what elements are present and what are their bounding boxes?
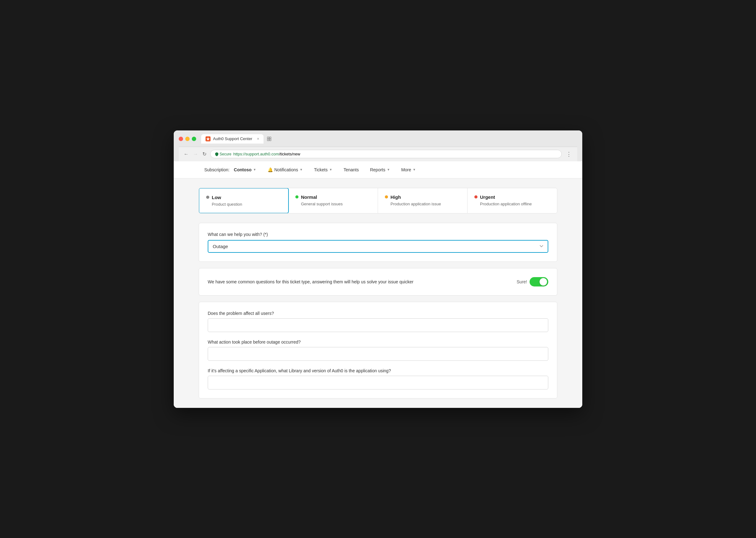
common-questions-section: We have some common questions for this t… xyxy=(199,268,557,296)
subscription-label: Subscription: xyxy=(204,167,229,172)
priority-name-normal: Normal xyxy=(301,194,317,200)
priority-card-urgent[interactable]: Urgent Production application offline xyxy=(467,188,557,213)
reports-chevron-icon: ▼ xyxy=(387,168,390,171)
nav-notifications[interactable]: 🔔 Notifications ▼ xyxy=(262,161,308,178)
help-select[interactable]: Outage Login Issues Performance Billing … xyxy=(208,240,548,253)
title-bar: Auth0 Support Center × ← → ↻ Secure xyxy=(174,131,582,161)
nav-tenants[interactable]: Tenants xyxy=(338,161,364,178)
main-content: Low Product question Normal General supp… xyxy=(174,179,582,408)
traffic-lights xyxy=(179,137,196,141)
help-label: What can we help you with? (*) xyxy=(208,232,548,237)
tab-area: Auth0 Support Center × xyxy=(201,134,577,143)
browser-tab[interactable]: Auth0 Support Center × xyxy=(201,134,263,143)
nav-tickets[interactable]: Tickets ▼ xyxy=(308,161,338,178)
priority-card-normal-header: Normal xyxy=(295,194,371,200)
notifications-chevron-icon: ▼ xyxy=(300,168,303,171)
priority-dot-low xyxy=(206,196,209,199)
more-chevron-icon: ▼ xyxy=(413,168,416,171)
priority-cards: Low Product question Normal General supp… xyxy=(199,188,557,213)
nav-notifications-label: Notifications xyxy=(274,167,298,172)
maximize-button[interactable] xyxy=(192,137,196,141)
priority-desc-normal: General support issues xyxy=(301,202,371,206)
toggle-sure-label: Sure! xyxy=(517,279,527,284)
page-content: Subscription: Contoso ▼ 🔔 Notifications … xyxy=(174,161,582,408)
tab-favicon xyxy=(206,136,211,141)
tickets-chevron-icon: ▼ xyxy=(329,168,332,171)
browser-menu-button[interactable]: ⋮ xyxy=(565,149,573,159)
toggle-track[interactable] xyxy=(530,277,548,287)
priority-name-low: Low xyxy=(212,195,221,200)
priority-card-urgent-header: Urgent xyxy=(474,194,550,200)
question-group-2: What action took place before outage occ… xyxy=(208,340,548,361)
address-bar: ← → ↻ Secure https://support.auth0.com/t… xyxy=(179,147,577,161)
form-section: What can we help you with? (*) Outage Lo… xyxy=(199,223,557,262)
question-fields: Does the problem affect all users? What … xyxy=(199,302,557,399)
question-label-1: Does the problem affect all users? xyxy=(208,311,548,316)
nav-reports-label: Reports xyxy=(370,167,385,172)
secure-badge: Secure xyxy=(215,152,231,156)
new-tab-button[interactable] xyxy=(265,134,273,143)
question-label-2: What action took place before outage occ… xyxy=(208,340,548,345)
priority-name-urgent: Urgent xyxy=(480,194,495,200)
priority-card-high[interactable]: High Production application issue xyxy=(378,188,467,213)
question-label-3: If it's affecting a specific Application… xyxy=(208,368,548,373)
priority-dot-high xyxy=(385,195,388,198)
close-button[interactable] xyxy=(179,137,183,141)
forward-button[interactable]: → xyxy=(192,151,199,158)
minimize-button[interactable] xyxy=(185,137,190,141)
priority-card-normal[interactable]: Normal General support issues xyxy=(289,188,378,213)
priority-card-low-header: Low xyxy=(206,195,281,200)
bell-icon: 🔔 xyxy=(267,167,273,172)
question-input-3[interactable] xyxy=(208,376,548,390)
question-group-1: Does the problem affect all users? xyxy=(208,311,548,332)
nav-tenants-label: Tenants xyxy=(343,167,359,172)
tab-title: Auth0 Support Center xyxy=(213,136,252,141)
priority-card-high-header: High xyxy=(385,194,460,200)
nav-more-label: More xyxy=(401,167,411,172)
back-button[interactable]: ← xyxy=(183,151,189,158)
nav-more[interactable]: More ▼ xyxy=(396,161,421,178)
question-input-1[interactable] xyxy=(208,318,548,332)
priority-desc-low: Product question xyxy=(212,202,281,207)
browser-window: Auth0 Support Center × ← → ↻ Secure xyxy=(174,131,582,408)
question-input-2[interactable] xyxy=(208,347,548,361)
priority-dot-normal xyxy=(295,195,299,198)
common-questions-text: We have some common questions for this t… xyxy=(208,279,413,284)
url-bar[interactable]: Secure https://support.auth0.com/tickets… xyxy=(210,150,562,158)
subscription-name: Contoso xyxy=(234,167,252,172)
svg-rect-4 xyxy=(269,139,271,140)
common-questions-bar: We have some common questions for this t… xyxy=(208,277,548,287)
priority-desc-high: Production application issue xyxy=(391,202,460,206)
svg-rect-3 xyxy=(267,139,269,140)
nav-subscription[interactable]: Subscription: Contoso ▼ xyxy=(199,161,262,178)
priority-card-low[interactable]: Low Product question xyxy=(199,188,289,213)
priority-desc-urgent: Production application offline xyxy=(480,202,550,206)
priority-name-high: High xyxy=(391,194,401,200)
url-text: https://support.auth0.com/tickets/new xyxy=(233,152,300,156)
reload-button[interactable]: ↻ xyxy=(202,150,207,158)
priority-dot-urgent xyxy=(474,195,478,198)
sure-toggle[interactable]: Sure! xyxy=(517,277,548,287)
tab-close-button[interactable]: × xyxy=(257,137,259,141)
nav-tickets-label: Tickets xyxy=(314,167,328,172)
toggle-thumb xyxy=(540,278,547,286)
subscription-chevron-icon: ▼ xyxy=(253,168,257,171)
svg-rect-2 xyxy=(269,137,271,138)
nav-bar: Subscription: Contoso ▼ 🔔 Notifications … xyxy=(174,161,582,179)
nav-reports[interactable]: Reports ▼ xyxy=(364,161,396,178)
question-group-3: If it's affecting a specific Application… xyxy=(208,368,548,390)
svg-rect-1 xyxy=(267,137,269,138)
